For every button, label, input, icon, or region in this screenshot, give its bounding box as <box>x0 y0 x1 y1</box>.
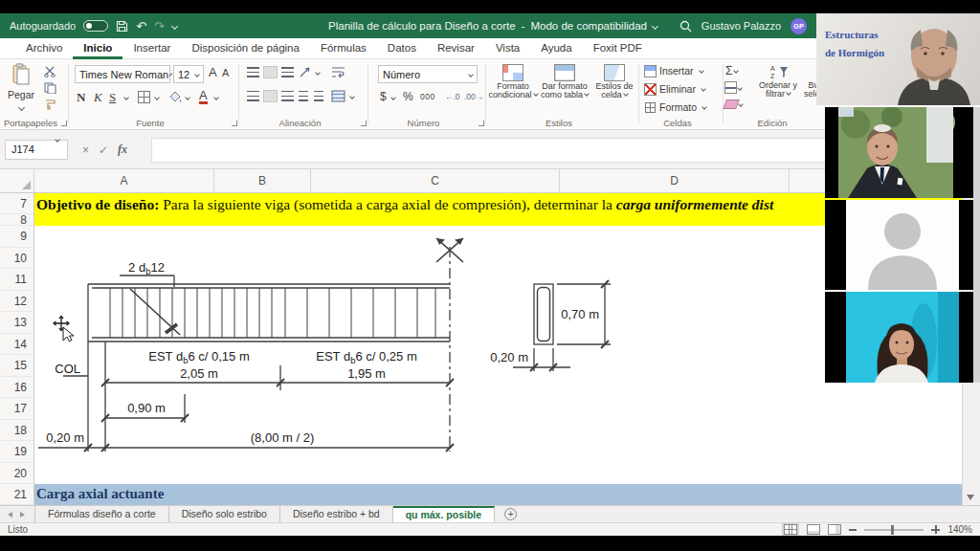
row-header[interactable]: 7 <box>0 193 33 214</box>
tab-disposicion[interactable]: Disposición de página <box>181 38 310 59</box>
column-header-d[interactable]: D <box>560 169 790 192</box>
font-color-caret-icon[interactable] <box>213 95 219 100</box>
increase-decimal-icon[interactable]: ←.0 <box>445 92 460 101</box>
zoom-level[interactable]: 140% <box>947 524 972 535</box>
orientation-icon[interactable] <box>299 66 312 78</box>
column-header-b[interactable]: B <box>214 169 311 192</box>
borders-icon[interactable] <box>138 91 150 103</box>
tab-datos[interactable]: Datos <box>377 38 427 59</box>
tab-vista[interactable]: Vista <box>485 38 530 59</box>
align-right-icon[interactable] <box>281 91 294 101</box>
zoom-slider[interactable] <box>864 529 924 531</box>
tab-foxit[interactable]: Foxit PDF <box>583 38 653 59</box>
borders-caret-icon[interactable] <box>154 95 160 100</box>
video-panel-scrollbar[interactable] <box>973 107 980 383</box>
sheet-tab-qu-max[interactable]: qu máx. posible <box>393 506 495 522</box>
tab-ayuda[interactable]: Ayuda <box>530 38 582 59</box>
row-header[interactable]: 8 <box>0 214 33 226</box>
wrap-text-icon[interactable] <box>331 66 345 78</box>
paste-caret-icon[interactable] <box>17 104 24 111</box>
insert-function-icon[interactable]: fx <box>118 143 127 157</box>
row-header[interactable]: 12 <box>0 291 33 312</box>
delete-cells-button[interactable]: Eliminar <box>645 83 705 95</box>
tab-insertar[interactable]: Insertar <box>122 38 181 59</box>
italic-button[interactable]: K <box>94 90 102 105</box>
format-as-table-button[interactable]: Dar formato como tabla <box>540 65 590 100</box>
font-color-button[interactable]: A <box>199 89 208 104</box>
orientation-caret-icon[interactable] <box>315 70 321 76</box>
zoom-out-button[interactable] <box>849 529 857 531</box>
row-header[interactable]: 17 <box>0 398 33 420</box>
align-top-icon[interactable] <box>247 67 259 77</box>
decrease-decimal-icon[interactable]: .00→ <box>464 92 483 101</box>
currency-caret-icon[interactable] <box>390 95 396 100</box>
video-tile-participant-2[interactable] <box>825 200 980 290</box>
currency-button[interactable]: $ <box>380 90 387 103</box>
video-tile-host[interactable]: Estructuras de Hormigón <box>816 13 980 105</box>
row-header[interactable]: 9 <box>0 226 33 248</box>
add-sheet-button[interactable]: + <box>504 508 517 520</box>
row-header[interactable]: 18 <box>0 420 33 441</box>
search-icon[interactable] <box>679 20 692 33</box>
align-left-icon[interactable] <box>247 91 259 101</box>
sheet-tab-estribo-bd[interactable]: Diseño estribo + bd <box>280 506 393 522</box>
shrink-font-button[interactable]: A <box>222 67 229 78</box>
sort-filter-button[interactable]: AZ Ordenar y filtrar <box>756 64 800 99</box>
merge-caret-icon[interactable] <box>349 94 355 99</box>
user-name[interactable]: Gustavo Palazzo <box>702 20 781 32</box>
row-header[interactable]: 10 <box>0 248 33 269</box>
paste-button[interactable]: Pegar <box>4 63 38 112</box>
font-dialog-launcher-icon[interactable] <box>232 121 237 126</box>
fill-caret-icon[interactable] <box>185 95 190 100</box>
row-header[interactable]: 19 <box>0 441 33 463</box>
column-header-a[interactable]: A <box>34 169 214 192</box>
column-header-c[interactable]: C <box>311 169 560 192</box>
align-bottom-icon[interactable] <box>281 67 294 77</box>
cell-styles-button[interactable]: Estilos de celda <box>591 65 637 100</box>
row-header[interactable]: 16 <box>0 377 33 398</box>
tab-archivo[interactable]: Archivo <box>15 38 73 59</box>
format-cells-button[interactable]: Formato <box>645 101 706 113</box>
bold-button[interactable]: N <box>77 90 85 105</box>
row-header[interactable]: 21 <box>0 484 33 505</box>
font-name-select[interactable]: Times New Roman <box>75 65 170 83</box>
avatar[interactable]: GP <box>791 18 807 34</box>
increase-indent-icon[interactable] <box>314 91 323 101</box>
insert-cells-button[interactable]: Insertar <box>645 65 703 77</box>
title-caret-icon[interactable] <box>652 22 658 29</box>
number-format-select[interactable]: Número <box>378 65 478 83</box>
align-center-icon[interactable] <box>264 91 277 101</box>
underline-caret-icon[interactable] <box>123 95 129 100</box>
tab-formulas[interactable]: Fórmulas <box>310 38 377 59</box>
fill-button[interactable] <box>725 82 742 93</box>
row-header[interactable]: 20 <box>0 463 33 484</box>
view-normal-button[interactable] <box>782 523 799 536</box>
prev-sheet-icon[interactable] <box>8 512 12 518</box>
next-sheet-icon[interactable] <box>20 512 25 518</box>
percent-button[interactable]: % <box>403 90 413 103</box>
conditional-format-button[interactable]: Formato condicional <box>488 65 538 100</box>
scroll-down-icon[interactable] <box>967 495 974 500</box>
save-icon[interactable] <box>116 20 128 33</box>
sheet-tab-formulas[interactable]: Fórmulas diseño a corte <box>34 506 169 522</box>
cancel-icon[interactable]: × <box>82 143 89 157</box>
clipboard-dialog-launcher-icon[interactable] <box>61 121 67 126</box>
merge-center-icon[interactable] <box>331 90 345 102</box>
grow-font-button[interactable]: A <box>209 65 217 79</box>
tab-revisar[interactable]: Revisar <box>427 38 485 59</box>
video-tile-participant-1[interactable] <box>825 107 980 198</box>
copy-icon[interactable] <box>44 82 56 94</box>
sheet-area[interactable]: Objetivo de diseño: Para la siguiente vi… <box>34 193 962 505</box>
row-header[interactable]: 13 <box>0 312 33 334</box>
row-header[interactable]: 11 <box>0 269 33 291</box>
customize-toolbar-icon[interactable] <box>171 22 178 29</box>
tab-inicio[interactable]: Inicio <box>73 38 122 59</box>
alignment-dialog-launcher-icon[interactable] <box>361 121 367 126</box>
decrease-indent-icon[interactable] <box>299 91 308 101</box>
row-header[interactable]: 14 <box>0 334 33 355</box>
sheet-tab-solo-estribo[interactable]: Diseño solo estribo <box>169 506 280 522</box>
autosave-toggle[interactable] <box>83 20 108 32</box>
align-middle-icon[interactable] <box>264 67 277 77</box>
number-dialog-launcher-icon[interactable] <box>479 121 484 126</box>
autosum-button[interactable]: Σ <box>725 64 738 77</box>
